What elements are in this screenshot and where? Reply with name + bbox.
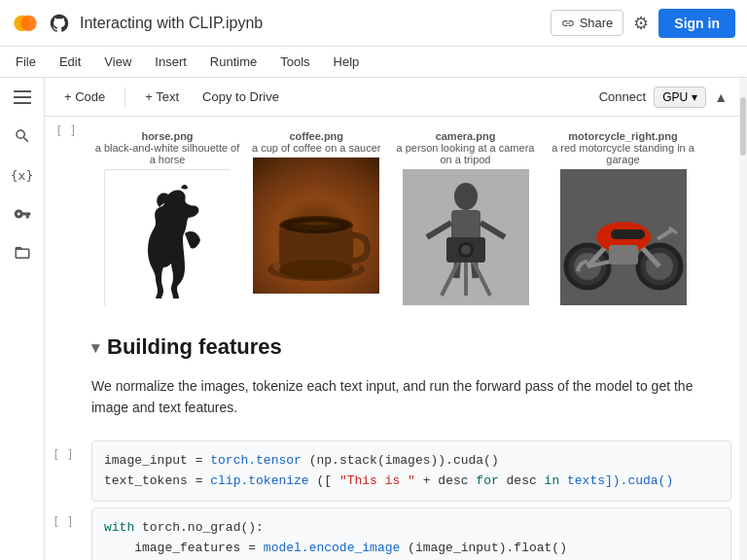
- menu-edit[interactable]: Edit: [55, 52, 85, 71]
- code-line-1: image_input = torch.tensor (np.stack(ima…: [104, 451, 719, 472]
- menu-runtime[interactable]: Runtime: [206, 52, 261, 71]
- image-item-horse: horse.png a black-and-white silhouette o…: [94, 130, 240, 305]
- svg-point-25: [461, 245, 471, 255]
- motorcycle-image: [560, 169, 687, 305]
- gpu-label: GPU: [662, 90, 688, 104]
- svg-rect-4: [14, 102, 31, 104]
- sidebar-files-icon[interactable]: [11, 241, 34, 264]
- code-cell-1: [ ] image_input = torch.tensor (np.stack…: [45, 440, 739, 503]
- camera-svg: [403, 169, 529, 305]
- cell-bracket-2: [ ]: [53, 515, 74, 529]
- collapse-button[interactable]: ▲: [714, 89, 728, 105]
- menu-help[interactable]: Help: [330, 52, 364, 71]
- menu-tools[interactable]: Tools: [276, 52, 313, 71]
- colab-logo: [12, 10, 39, 37]
- coffee-image: [253, 158, 379, 294]
- scrollbar-thumb[interactable]: [740, 97, 746, 156]
- code-line-4: image_features = model.encode_image (ima…: [104, 539, 719, 559]
- coffee-svg: [253, 158, 379, 294]
- menu-file[interactable]: File: [12, 52, 40, 71]
- sidebar: {x}: [0, 78, 45, 560]
- link-icon: [561, 17, 575, 30]
- motorcycle-svg: [560, 169, 687, 305]
- image-item-coffee: coffee.png a cup of coffee on a saucer: [252, 130, 381, 305]
- image-gallery-cell: [ ] horse.png a black-and-white silhouet…: [45, 117, 739, 319]
- notebook-title: Interacting with CLIP.ipynb: [80, 15, 541, 32]
- share-button[interactable]: Share: [551, 10, 624, 36]
- notebook-toolbar: + Code + Text Copy to Drive Connect GPU …: [45, 78, 739, 117]
- sidebar-menu-icon[interactable]: [11, 86, 34, 109]
- code-line-3: with torch.no_grad():: [104, 518, 719, 539]
- image-label-camera: camera.png a person looking at a camera …: [393, 130, 539, 165]
- toolbar-divider: [124, 88, 125, 107]
- add-text-button[interactable]: + Text: [137, 86, 187, 108]
- copy-to-drive-button[interactable]: Copy to Drive: [195, 86, 287, 108]
- cell-bracket: [ ]: [55, 124, 77, 138]
- cell-bracket-1: [ ]: [53, 448, 74, 462]
- section-heading: ▾ Building features: [45, 319, 739, 368]
- svg-point-14: [454, 183, 478, 210]
- add-code-button[interactable]: + Code: [56, 86, 113, 108]
- share-label: Share: [580, 16, 614, 30]
- image-label-horse: horse.png a black-and-white silhouette o…: [94, 130, 240, 165]
- settings-button[interactable]: ⚙: [633, 13, 649, 34]
- menu-view[interactable]: View: [100, 52, 135, 71]
- gpu-selector[interactable]: GPU ▾: [654, 87, 706, 108]
- svg-rect-3: [14, 96, 31, 98]
- svg-rect-35: [611, 229, 645, 239]
- horse-image: [104, 169, 231, 305]
- body-text: We normalize the images, tokenize each t…: [45, 368, 706, 435]
- image-item-camera: camera.png a person looking at a camera …: [393, 130, 539, 305]
- camera-image: [403, 169, 529, 305]
- horse-svg: [105, 170, 231, 306]
- sidebar-variables-icon[interactable]: {x}: [11, 163, 34, 187]
- image-label-motorcycle: motorcycle_right.png a red motorcycle st…: [551, 130, 696, 165]
- github-icon: [49, 13, 70, 34]
- dropdown-arrow-icon: ▾: [692, 90, 697, 104]
- section-chevron-icon[interactable]: ▾: [91, 338, 99, 357]
- svg-rect-2: [14, 90, 31, 92]
- sidebar-secrets-icon[interactable]: [11, 202, 34, 226]
- code-line-2: text_tokens = clip.tokenize ([ "This is …: [104, 472, 719, 492]
- menu-insert[interactable]: Insert: [151, 52, 191, 71]
- menu-bar: File Edit View Insert Runtime Tools Help: [0, 47, 747, 78]
- image-gallery: horse.png a black-and-white silhouette o…: [94, 122, 731, 313]
- svg-rect-38: [609, 245, 638, 264]
- image-item-motorcycle: motorcycle_right.png a red motorcycle st…: [551, 130, 696, 305]
- section-title: Building features: [107, 334, 282, 360]
- svg-point-10: [279, 260, 353, 279]
- scrollbar-track[interactable]: [739, 78, 747, 560]
- signin-button[interactable]: Sign in: [658, 9, 735, 38]
- image-label-coffee: coffee.png a cup of coffee on a saucer: [252, 130, 381, 154]
- code-cell-2: [ ] with torch.no_grad(): image_features…: [45, 508, 739, 560]
- connect-label: Connect: [599, 89, 646, 104]
- notebook-content: [ ] horse.png a black-and-white silhouet…: [45, 117, 739, 560]
- sidebar-search-icon[interactable]: [11, 124, 34, 148]
- svg-point-1: [20, 15, 36, 30]
